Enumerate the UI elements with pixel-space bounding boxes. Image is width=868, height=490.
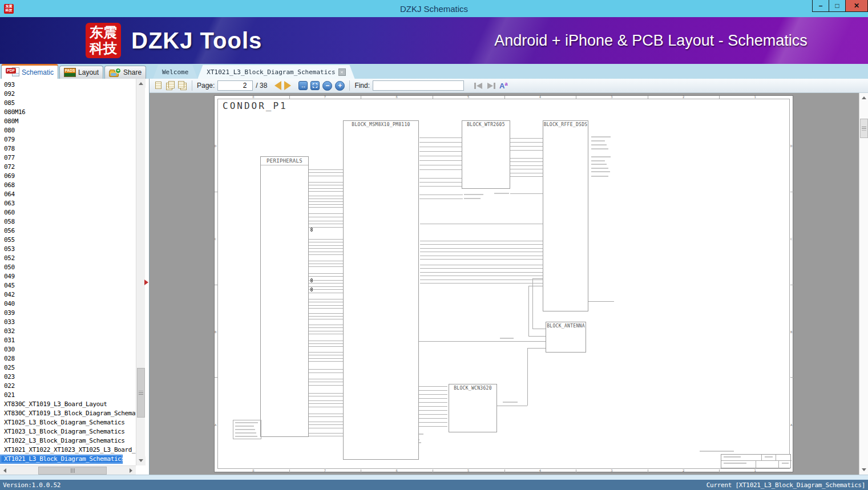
close-button[interactable]: ✕ [846, 0, 867, 11]
find-input[interactable] [373, 80, 464, 91]
list-item[interactable]: 040 [0, 299, 136, 309]
doc-tab-current[interactable]: XT1021_L3_Block_Diagram_Schematics ✕ [197, 65, 354, 79]
next-page-icon[interactable] [284, 81, 296, 90]
list-item[interactable]: 093 [0, 80, 136, 90]
pages-icon[interactable] [178, 81, 187, 91]
list-item[interactable]: 069 [0, 172, 136, 181]
tab-schematic[interactable]: PDF Schematic [1, 64, 58, 79]
net-label [591, 160, 605, 161]
list-item[interactable]: 042 [0, 290, 136, 299]
list-item[interactable]: 077 [0, 153, 136, 163]
net-label [591, 156, 611, 157]
previous-page-icon[interactable] [270, 81, 281, 90]
scroll-left-icon[interactable] [0, 466, 9, 475]
list-item[interactable]: XT830C_XT1019_L3_Board_Layout [0, 400, 136, 409]
wire-line [528, 286, 529, 336]
list-item[interactable]: 079 [0, 135, 136, 144]
list-item[interactable]: 072 [0, 163, 136, 172]
schematic-block: BLOCK_MSM8X10_PM8110 [343, 120, 419, 460]
title-block [721, 454, 791, 468]
wire-row [403, 240, 561, 241]
list-item[interactable]: 078 [0, 144, 136, 153]
fit-width-icon[interactable]: ↔ [298, 81, 308, 90]
schematic-viewer[interactable]: CONDOR_P1 PERIPHERALSBLOCK_MSM8X10_PM811… [150, 93, 859, 475]
list-item[interactable]: 045 [0, 281, 136, 290]
list-item[interactable]: XT1023_L3_Block_Diagram_Schematics [0, 427, 136, 436]
wire-row [403, 223, 561, 224]
list-item[interactable]: 052 [0, 254, 136, 263]
list-item[interactable]: 063 [0, 199, 136, 208]
list-item[interactable]: 085 [0, 99, 136, 108]
schematic-block-label: BLOCK_WCN3620 [449, 384, 496, 391]
schematic-block-label: PERIPHERALS [261, 157, 308, 165]
doc-tab-welcome[interactable]: Welcome [153, 65, 197, 79]
list-item[interactable]: 031 [0, 336, 136, 345]
tab-share[interactable]: + Share [104, 66, 146, 79]
list-item[interactable]: 039 [0, 309, 136, 318]
list-item[interactable]: XT1022_L3_Block_Diagram_Schematics [0, 436, 136, 446]
list-item[interactable]: 080 [0, 126, 136, 135]
doc-tab-close-icon[interactable]: ✕ [338, 68, 346, 76]
list-item[interactable]: 022 [0, 382, 136, 391]
sidebar-scroll-thumb[interactable] [137, 368, 145, 418]
ruler-tick [719, 96, 720, 99]
scroll-down-icon[interactable] [859, 465, 868, 475]
list-item[interactable]: 053 [0, 245, 136, 254]
scroll-up-icon[interactable] [859, 93, 868, 102]
list-item[interactable]: 056 [0, 226, 136, 236]
find-previous-icon[interactable] [473, 82, 483, 90]
list-item[interactable]: 080M [0, 117, 136, 126]
viewer-wrap: CONDOR_P1 PERIPHERALSBLOCK_MSM8X10_PM811… [150, 93, 868, 475]
ruler-letter: A [215, 424, 216, 427]
maximize-button[interactable]: □ [829, 0, 846, 11]
scroll-down-icon[interactable] [136, 456, 146, 465]
zoom-out-icon[interactable]: − [322, 81, 332, 91]
list-item[interactable]: 050 [0, 263, 136, 272]
app-banner: 东震科技 DZKJ Tools Android + iPhone & PCB L… [0, 17, 868, 64]
ruler-tick [361, 96, 361, 99]
fit-page-icon[interactable] [310, 81, 320, 90]
schematic-block-label: BLOCK_WTR2605 [462, 121, 510, 127]
sidebar-horizontal-scrollbar[interactable] [0, 465, 136, 475]
viewer-scroll-thumb[interactable] [860, 119, 868, 138]
list-item[interactable]: 064 [0, 190, 136, 199]
minimize-button[interactable]: – [813, 0, 829, 11]
tab-layout[interactable]: PADS Layout [59, 66, 103, 79]
scroll-right-icon[interactable] [127, 466, 136, 475]
ruler-tick [215, 377, 217, 378]
list-item[interactable]: XT830C_XT1019_L3_Block_Diagram_Schemat [0, 409, 136, 418]
font-size-icon[interactable]: Aa [499, 81, 507, 90]
list-item[interactable]: 092 [0, 90, 136, 99]
list-item[interactable]: XT1025_L3_Block_Diagram_Schematics [0, 418, 136, 427]
title-bar: 东震科技 DZKJ Schematics – □ ✕ [0, 0, 868, 17]
list-item[interactable]: 033 [0, 318, 136, 327]
list-item[interactable]: 028 [0, 354, 136, 363]
sidebar-vertical-scrollbar[interactable] [136, 79, 145, 465]
list-item[interactable]: 055 [0, 236, 136, 245]
list-item[interactable]: 060 [0, 208, 136, 217]
wire-line [528, 336, 546, 337]
list-item[interactable]: 021 [0, 391, 136, 400]
ruler-tick [576, 96, 576, 99]
list-item[interactable]: 025 [0, 363, 136, 372]
list-item[interactable]: 023 [0, 372, 136, 382]
zoom-in-icon[interactable]: + [335, 81, 345, 91]
page-icon[interactable] [154, 81, 163, 91]
copy-page-icon[interactable] [166, 81, 175, 91]
wire-row [403, 272, 555, 273]
list-item[interactable]: 068 [0, 181, 136, 190]
list-item[interactable]: 032 [0, 327, 136, 336]
wire-row [403, 276, 559, 277]
list-item[interactable]: XT1021_XT1022_XT1023_XT1025_L3_Board_I [0, 446, 136, 455]
list-item[interactable]: 049 [0, 272, 136, 281]
list-item[interactable]: 080M16 [0, 108, 136, 117]
find-next-icon[interactable] [486, 82, 496, 90]
sidebar-hscroll-thumb[interactable] [38, 467, 107, 475]
list-item[interactable]: 030 [0, 345, 136, 354]
scroll-up-icon[interactable] [136, 79, 146, 88]
list-item[interactable]: XT1021_L3_Block_Diagram_Schematics [0, 455, 123, 464]
page-number-input[interactable] [217, 80, 253, 91]
list-item[interactable]: 058 [0, 217, 136, 226]
ruler-tick [433, 469, 433, 472]
viewer-vertical-scrollbar[interactable] [859, 93, 868, 475]
